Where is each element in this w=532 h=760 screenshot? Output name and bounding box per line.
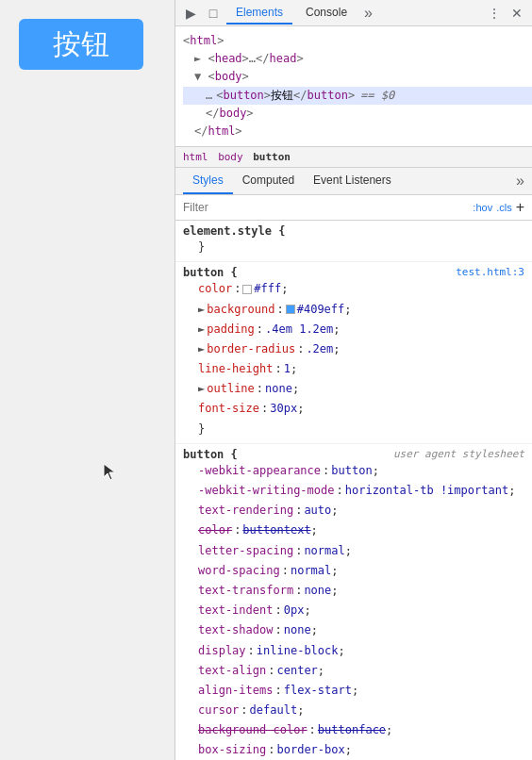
prop-word-spacing: word-spacing: normal; — [183, 561, 524, 581]
prop-webkit-writing-mode: -webkit-writing-mode: horizontal-tb !imp… — [183, 481, 524, 501]
prop-ua-color: color: buttontext; — [183, 520, 524, 540]
prop-display: display: inline-block; — [183, 641, 524, 661]
styles-content: element.style { } button { test.html:3 c… — [175, 221, 532, 760]
prop-border-radius: ► border-radius: .2em; — [183, 339, 524, 359]
tab-event-listeners[interactable]: Event Listeners — [304, 168, 401, 194]
cursor-icon[interactable]: ▶ — [181, 4, 200, 23]
prop-color: color: #fff; — [183, 279, 524, 299]
rule-selector-button: button { test.html:3 — [183, 266, 524, 279]
color-swatch-white[interactable] — [242, 285, 252, 294]
prop-box-sizing: box-sizing: border-box; — [183, 740, 524, 760]
breadcrumb-button[interactable]: button — [253, 151, 291, 163]
expand-outline-arrow[interactable]: ► — [198, 380, 205, 398]
prop-text-shadow: text-shadow: none; — [183, 620, 524, 640]
rule-element-style: element.style { } — [175, 221, 532, 262]
prop-outline: ► outline: none; — [183, 379, 524, 399]
prop-text-transform: text-transform: none; — [183, 581, 524, 601]
color-swatch-blue[interactable] — [286, 305, 295, 314]
inspect-icon[interactable]: □ — [204, 4, 223, 23]
empty-rule-close: } — [183, 238, 524, 257]
settings-icon[interactable]: ⋮ — [485, 4, 504, 23]
prop-font-size: font-size: 30px; — [183, 399, 524, 419]
breadcrumb-html[interactable]: html — [183, 151, 208, 163]
prop-line-height: line-height: 1; — [183, 359, 524, 379]
prop-webkit-appearance: -webkit-appearance: button; — [183, 461, 524, 481]
prop-text-align: text-align: center; — [183, 661, 524, 681]
filter-plus[interactable]: + — [516, 199, 524, 216]
rule-source-author[interactable]: test.html:3 — [456, 266, 524, 278]
breadcrumb: html body button — [175, 147, 532, 168]
devtools-toolbar: ▶ □ Elements Console » ⋮ ✕ — [175, 0, 532, 26]
rule-selector-ua: button { user agent stylesheet — [183, 448, 524, 461]
rule-selector-element: element.style { — [183, 224, 524, 238]
prop-text-rendering: text-rendering: auto; — [183, 501, 524, 520]
tab-styles[interactable]: Styles — [183, 168, 233, 194]
prop-align-items: align-items: flex-start; — [183, 681, 524, 701]
breadcrumb-body[interactable]: body — [218, 151, 243, 163]
tree-line-head[interactable]: ► <head>…</head> — [183, 50, 532, 68]
tree-line-button[interactable]: … <button>按钮</button> == $0 — [183, 87, 532, 105]
rule-button-author: button { test.html:3 color: #fff; ► back… — [175, 262, 532, 444]
tree-line-html-close: </html> — [183, 123, 532, 140]
filter-cls[interactable]: .cls — [496, 202, 512, 213]
ua-header-label: user agent stylesheet — [393, 448, 524, 460]
tree-line-body-open[interactable]: ▼ <body> — [183, 68, 532, 86]
filter-input[interactable] — [183, 201, 469, 214]
tab-elements[interactable]: Elements — [226, 2, 292, 25]
rule-button-ua: button { user agent stylesheet -webkit-a… — [175, 444, 532, 760]
expand-padding-arrow[interactable]: ► — [198, 321, 205, 339]
left-panel: 按钮 — [0, 0, 175, 760]
dots-icon: … — [206, 87, 212, 105]
tree-line-body-close: </body> — [183, 105, 532, 123]
prop-background: ► background: #409eff; — [183, 300, 524, 320]
rule-author-close: } — [183, 420, 524, 439]
prop-text-indent: text-indent: 0px; — [183, 601, 524, 620]
devtools-panel: ▶ □ Elements Console » ⋮ ✕ <html> ► <hea… — [175, 0, 532, 760]
toolbar-right: ⋮ ✕ — [485, 4, 526, 23]
filter-hov[interactable]: :hov — [473, 202, 492, 213]
more-tabs-icon[interactable]: » — [360, 5, 376, 22]
expand-border-radius-arrow[interactable]: ► — [198, 340, 205, 358]
html-tree: <html> ► <head>…</head> ▼ <body> … <butt… — [175, 26, 532, 147]
prop-background-color-ua: background-color: buttonface; — [183, 720, 524, 740]
tab-console[interactable]: Console — [296, 2, 357, 25]
expand-background-arrow[interactable]: ► — [198, 301, 205, 319]
prop-letter-spacing: letter-spacing: normal; — [183, 541, 524, 561]
tab-computed[interactable]: Computed — [233, 168, 304, 194]
prop-padding: ► padding: .4em 1.2em; — [183, 320, 524, 339]
tree-line-html: <html> — [183, 32, 532, 50]
close-icon[interactable]: ✕ — [507, 4, 526, 23]
demo-button[interactable]: 按钮 — [19, 19, 143, 70]
filter-bar: :hov .cls + — [175, 195, 532, 221]
styles-tabs: Styles Computed Event Listeners » — [175, 168, 532, 195]
prop-cursor: cursor: default; — [183, 701, 524, 720]
more-styles-tabs-icon[interactable]: » — [516, 173, 524, 190]
